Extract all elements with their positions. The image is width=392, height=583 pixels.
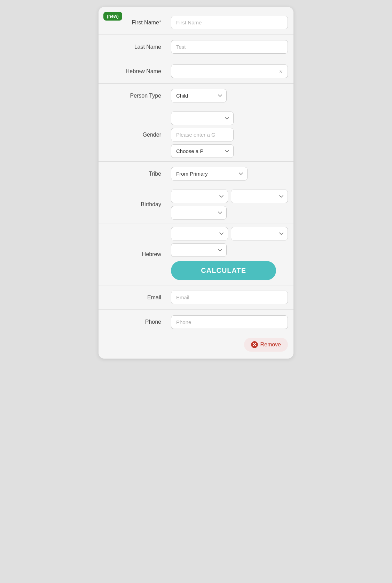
new-badge: (new) [103, 12, 122, 21]
hebrew-name-input-cell [168, 64, 293, 78]
phone-input[interactable] [171, 315, 288, 329]
hebrew-birthday-label: Hebrew [99, 251, 168, 258]
gender-label: Gender [99, 132, 168, 138]
first-name-input[interactable] [171, 16, 288, 29]
gender-text-input[interactable] [171, 128, 234, 141]
email-label: Email [99, 294, 168, 301]
hebrew-day-select[interactable] [231, 227, 288, 240]
hebrew-birthday-input-cell: CALCULATE [168, 227, 293, 282]
hebrew-name-row: Hebrew Name [99, 59, 293, 84]
last-name-label: Last Name [99, 44, 168, 50]
birthday-row: Birthday [99, 186, 293, 223]
remove-icon: ✕ [251, 341, 258, 348]
gender-row: Gender Choose a P [99, 108, 293, 162]
gender-dropdown1[interactable] [171, 112, 234, 125]
gender-dropdown2[interactable]: Choose a P [171, 144, 234, 158]
person-type-row: Person Type Child Adult [99, 84, 293, 108]
hebrew-name-label: Hebrew Name [99, 68, 168, 75]
phone-row: Phone [99, 310, 293, 334]
form-rows: First Name* Last Name Hebrew Name Person… [99, 10, 293, 334]
birthday-label: Birthday [99, 201, 168, 208]
gender-input-cell: Choose a P [168, 112, 293, 158]
hebrew-month-day [171, 227, 288, 240]
footer: ✕ Remove [99, 334, 293, 352]
last-name-row: Last Name [99, 35, 293, 59]
tribe-row: Tribe From Primary [99, 162, 293, 186]
last-name-input[interactable] [171, 40, 288, 54]
calculate-button[interactable]: CALCULATE [171, 261, 276, 280]
hebrew-month-select[interactable] [171, 227, 228, 240]
person-type-label: Person Type [99, 93, 168, 99]
birthday-month-select[interactable] [171, 190, 228, 203]
birthday-day-select[interactable] [231, 190, 288, 203]
email-input-cell [168, 291, 293, 304]
birthday-input-cell [168, 190, 293, 220]
remove-button[interactable]: ✕ Remove [244, 338, 288, 352]
remove-label: Remove [260, 342, 281, 348]
tribe-label: Tribe [99, 171, 168, 177]
birthday-month-day [171, 190, 288, 203]
hebrew-year-select[interactable] [171, 243, 227, 257]
person-type-select[interactable]: Child Adult [171, 89, 227, 102]
hebrew-birthday-row: Hebrew CALCULATE [99, 223, 293, 285]
hebrew-name-input[interactable] [171, 64, 288, 78]
email-input[interactable] [171, 291, 288, 304]
person-form-card: (new) First Name* Last Name Hebrew Name … [99, 7, 293, 359]
phone-label: Phone [99, 319, 168, 325]
person-type-input-cell: Child Adult [168, 89, 293, 102]
last-name-input-cell [168, 40, 293, 54]
email-row: Email [99, 285, 293, 310]
tribe-select[interactable]: From Primary [171, 167, 248, 181]
phone-input-cell [168, 315, 293, 329]
first-name-input-cell [168, 16, 293, 29]
first-name-row: First Name* [99, 10, 293, 35]
birthday-year-select[interactable] [171, 206, 227, 220]
tribe-input-cell: From Primary [168, 167, 293, 181]
